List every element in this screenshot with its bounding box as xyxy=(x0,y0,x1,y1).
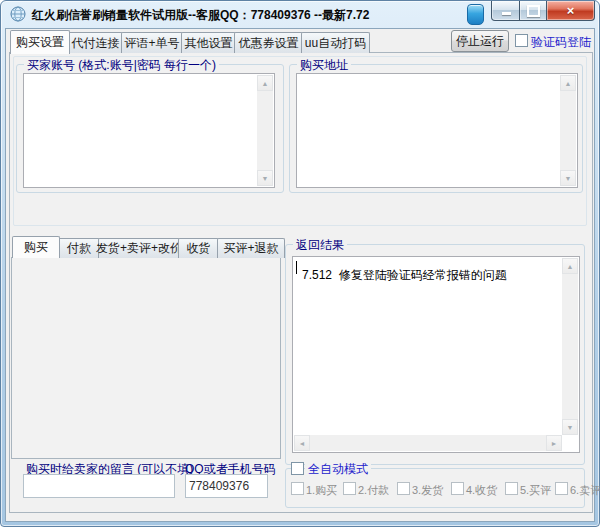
tab-coupon-settings[interactable]: 优惠券设置 xyxy=(234,32,303,53)
step-seller-review-checkbox[interactable] xyxy=(555,482,568,495)
app-window: 红火刷信誉刷销量软件试用版--客服QQ：778409376 --最新7.72 ×… xyxy=(0,0,600,527)
buyer-accounts-title: 买家账号 (格式:账号|密码 每行一个) xyxy=(24,57,219,74)
purchase-address-title: 购买地址 xyxy=(297,57,351,74)
tab-comments-orders[interactable]: 评语+单号 xyxy=(121,32,183,53)
scroll-up-icon[interactable]: ▲ xyxy=(257,75,273,91)
tab-purchase-settings[interactable]: 购买设置 xyxy=(10,30,70,54)
step-buy-checkbox[interactable] xyxy=(291,482,304,495)
step-pay-checkbox[interactable] xyxy=(343,482,356,495)
subtab-purchase[interactable]: 购买 xyxy=(12,236,60,258)
subtab-payment[interactable]: 付款 xyxy=(58,238,100,258)
seller-message-input[interactable] xyxy=(23,474,175,498)
step-seller-review-label: 6.卖评 xyxy=(570,483,600,498)
step-ship-label: 3.发货 xyxy=(412,483,443,498)
subtab-page-purchase xyxy=(11,257,281,459)
auto-mode-group: 全自动模式 1.购买 2.付款 3.发货 4.收货 5.买评 6.卖评 xyxy=(285,468,585,508)
result-group: 返回结果 7.512 修复登陆验证码经常报错的问题 ▲ ▼ ◄ ► xyxy=(285,244,585,465)
auto-mode-label: 全自动模式 xyxy=(305,461,371,478)
scroll-up-icon[interactable]: ▲ xyxy=(560,75,576,91)
scroll-right-icon[interactable]: ► xyxy=(546,435,562,451)
step-ship-checkbox[interactable] xyxy=(397,482,410,495)
result-content: 7.512 修复登陆验证码经常报错的问题 xyxy=(302,267,507,284)
tab-payment-link[interactable]: 代付连接 xyxy=(68,32,123,53)
scroll-up-icon[interactable]: ▲ xyxy=(562,258,578,274)
purchase-address-textarea[interactable]: ▲ ▼ xyxy=(296,73,578,188)
stop-run-button[interactable]: 停止运行 xyxy=(451,30,509,52)
subtab-review-refund[interactable]: 买评+退款 xyxy=(217,238,285,258)
tab-uu-auto-captcha[interactable]: uu自动打码 xyxy=(301,32,370,53)
subtab-receive[interactable]: 收货 xyxy=(178,238,219,258)
scroll-down-icon[interactable]: ▼ xyxy=(562,419,578,435)
scroll-down-icon[interactable]: ▼ xyxy=(560,170,576,186)
content-layer: 购买设置 代付连接 评语+单号 其他设置 优惠券设置 uu自动打码 停止运行 验… xyxy=(1,1,600,527)
result-vertical-scrollbar[interactable]: ▲ ▼ xyxy=(562,258,578,435)
qq-phone-input[interactable]: 778409376 xyxy=(185,474,268,498)
result-textarea[interactable]: 7.512 修复登陆验证码经常报错的问题 ▲ ▼ ◄ ► xyxy=(292,256,580,453)
step-buyer-review-label: 5.买评 xyxy=(520,483,551,498)
buyer-accounts-group: 买家账号 (格式:账号|密码 每行一个) ▲ ▼ xyxy=(16,64,284,193)
step-receive-checkbox[interactable] xyxy=(451,482,464,495)
result-title: 返回结果 xyxy=(293,237,347,254)
step-pay-label: 2.付款 xyxy=(358,483,389,498)
step-buy-label: 1.购买 xyxy=(306,483,337,498)
tab-other-settings[interactable]: 其他设置 xyxy=(181,32,236,53)
buyer-accounts-scrollbar[interactable]: ▲ ▼ xyxy=(257,75,273,186)
purchase-address-group: 购买地址 ▲ ▼ xyxy=(289,64,583,193)
buyer-accounts-textarea[interactable]: ▲ ▼ xyxy=(23,73,275,188)
scroll-left-icon[interactable]: ◄ xyxy=(294,435,310,451)
auto-mode-checkbox[interactable] xyxy=(291,462,304,475)
step-buyer-review-checkbox[interactable] xyxy=(505,482,518,495)
captcha-login-checkbox[interactable] xyxy=(515,34,528,47)
result-horizontal-scrollbar[interactable]: ◄ ► xyxy=(294,435,562,451)
purchase-address-scrollbar[interactable]: ▲ ▼ xyxy=(560,75,576,186)
step-receive-label: 4.收货 xyxy=(466,483,497,498)
text-caret xyxy=(296,261,297,274)
subtab-ship-rate-reprice[interactable]: 发货+卖评+改价 xyxy=(98,238,180,258)
scroll-down-icon[interactable]: ▼ xyxy=(257,170,273,186)
captcha-login-label: 验证码登陆 xyxy=(531,34,591,51)
